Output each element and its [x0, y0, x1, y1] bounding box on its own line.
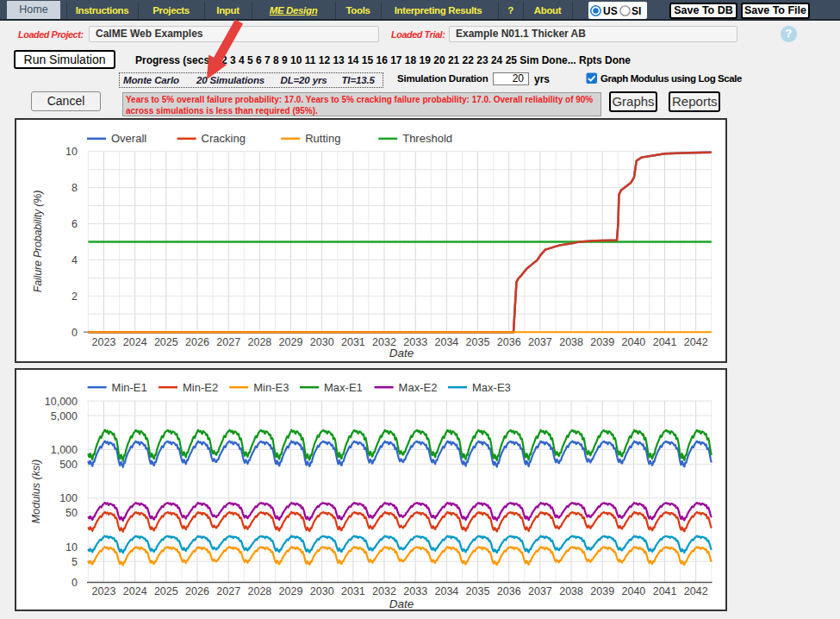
svg-text:2039: 2039: [590, 585, 614, 597]
svg-text:2036: 2036: [497, 585, 521, 597]
svg-text:2028: 2028: [247, 336, 271, 348]
svg-text:2027: 2027: [216, 336, 240, 348]
svg-text:2028: 2028: [247, 585, 271, 597]
svg-text:Date: Date: [389, 597, 414, 610]
svg-text:Min-E1: Min-E1: [112, 381, 147, 394]
svg-text:2039: 2039: [590, 336, 614, 348]
svg-text:2031: 2031: [341, 585, 365, 597]
svg-text:2041: 2041: [653, 585, 677, 597]
svg-text:1,000: 1,000: [51, 444, 78, 456]
svg-text:500: 500: [59, 459, 78, 471]
svg-text:2038: 2038: [559, 336, 583, 348]
svg-text:2037: 2037: [528, 585, 552, 597]
svg-text:100: 100: [59, 492, 78, 504]
svg-text:2035: 2035: [466, 336, 490, 348]
svg-text:2032: 2032: [372, 585, 396, 597]
svg-text:Max-E1: Max-E1: [324, 381, 363, 394]
svg-text:2041: 2041: [653, 336, 677, 348]
svg-text:2042: 2042: [684, 336, 708, 348]
svg-text:2024: 2024: [123, 336, 147, 348]
svg-text:2027: 2027: [216, 585, 240, 597]
svg-text:2030: 2030: [310, 336, 334, 348]
svg-text:Overall: Overall: [111, 132, 146, 145]
svg-text:Cracking: Cracking: [202, 132, 246, 145]
svg-text:2038: 2038: [559, 585, 583, 597]
svg-text:0: 0: [72, 577, 78, 589]
svg-text:5: 5: [72, 556, 78, 568]
svg-text:2036: 2036: [497, 336, 521, 348]
svg-text:2023: 2023: [92, 585, 116, 597]
svg-text:4: 4: [72, 254, 78, 266]
svg-text:2025: 2025: [154, 585, 178, 597]
svg-text:2029: 2029: [279, 585, 303, 597]
svg-text:2033: 2033: [403, 585, 427, 597]
svg-text:Max-E2: Max-E2: [399, 381, 438, 394]
svg-text:Threshold: Threshold: [402, 132, 452, 145]
svg-text:2: 2: [72, 291, 78, 303]
svg-text:5,000: 5,000: [51, 410, 78, 422]
svg-text:Rutting: Rutting: [305, 132, 340, 145]
svg-text:2031: 2031: [341, 336, 365, 348]
svg-text:10: 10: [65, 541, 78, 553]
svg-text:8: 8: [72, 182, 78, 194]
svg-text:Max-E3: Max-E3: [472, 381, 511, 394]
svg-text:2024: 2024: [123, 585, 147, 597]
svg-text:2037: 2037: [528, 336, 552, 348]
svg-text:2029: 2029: [279, 336, 303, 348]
svg-text:2040: 2040: [621, 336, 645, 348]
svg-text:2034: 2034: [434, 336, 458, 348]
svg-text:2040: 2040: [621, 585, 645, 597]
svg-text:2026: 2026: [185, 585, 209, 597]
svg-text:2025: 2025: [154, 336, 178, 348]
svg-text:Min-E3: Min-E3: [253, 381, 289, 394]
svg-text:2034: 2034: [434, 585, 458, 597]
svg-text:Date: Date: [389, 347, 414, 360]
svg-text:Min-E2: Min-E2: [183, 381, 218, 394]
svg-text:2026: 2026: [185, 336, 209, 348]
svg-text:2042: 2042: [684, 585, 708, 597]
svg-text:2023: 2023: [92, 336, 116, 348]
svg-text:0: 0: [72, 327, 78, 339]
svg-text:10,000: 10,000: [45, 396, 78, 408]
svg-text:10: 10: [65, 146, 78, 158]
svg-text:50: 50: [65, 507, 78, 519]
svg-text:Modulus (ksi): Modulus (ksi): [30, 460, 42, 523]
svg-text:2035: 2035: [466, 585, 490, 597]
svg-text:6: 6: [72, 218, 78, 230]
svg-text:2030: 2030: [310, 585, 334, 597]
svg-text:Failure Probability (%): Failure Probability (%): [32, 191, 44, 292]
